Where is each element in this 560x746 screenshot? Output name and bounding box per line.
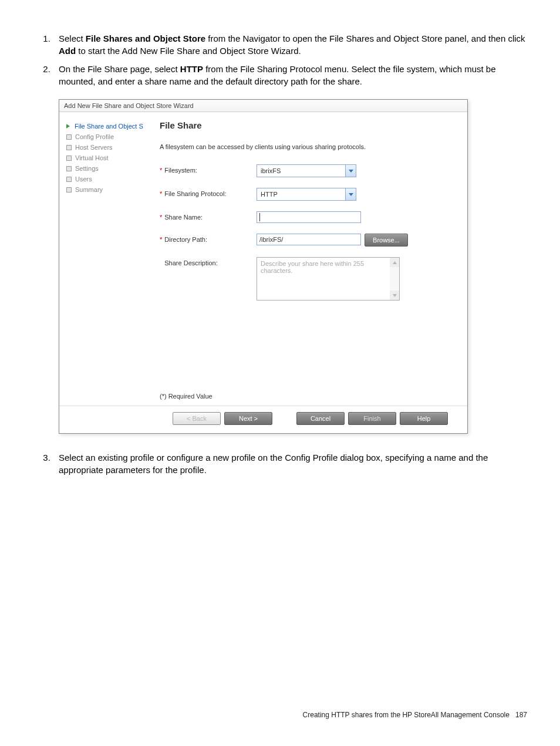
square-icon — [66, 166, 72, 171]
square-icon — [66, 145, 72, 150]
filesystem-select[interactable]: ibrixFS — [257, 164, 356, 177]
panel-description: A filesystem can be accessed by clients … — [160, 143, 451, 150]
arrow-icon — [66, 123, 70, 129]
page-footer: Creating HTTP shares from the HP StoreAl… — [29, 711, 531, 719]
chevron-down-icon — [345, 188, 356, 200]
square-icon — [66, 177, 72, 182]
step-3: Select an existing profile or configure … — [53, 451, 531, 476]
scroll-track[interactable] — [390, 267, 399, 291]
dirpath-label: *Directory Path: — [160, 234, 257, 243]
nav-summary[interactable]: Summary — [66, 186, 150, 193]
nav-label: Users — [75, 175, 92, 183]
select-value: HTTP — [257, 191, 345, 198]
nav-host-servers[interactable]: Host Servers — [66, 144, 150, 151]
scrollbar[interactable] — [390, 258, 399, 300]
nav-label: File Share and Object S — [75, 123, 143, 130]
nav-settings[interactable]: Settings — [66, 165, 150, 172]
nav-label: Settings — [75, 165, 99, 172]
nav-file-share[interactable]: File Share and Object S — [66, 123, 150, 130]
wizard-dialog: Add New File Share and Object Store Wiza… — [59, 99, 468, 434]
nav-virtual-host[interactable]: Virtual Host — [66, 154, 150, 161]
nav-label: Host Servers — [75, 144, 113, 151]
sharename-label: *Share Name: — [160, 211, 257, 221]
required-note: (*) Required Value — [160, 340, 451, 400]
wizard-titlebar: Add New File Share and Object Store Wiza… — [59, 100, 467, 112]
nav-users[interactable]: Users — [66, 175, 150, 183]
square-icon — [66, 187, 72, 193]
sharedesc-label: *Share Description: — [160, 257, 257, 266]
wizard-nav: File Share and Object S Config Profile H… — [59, 112, 150, 406]
instruction-list: Select File Shares and Object Store from… — [29, 32, 531, 87]
filesystem-label: *Filesystem: — [160, 164, 257, 174]
back-button[interactable]: < Back — [173, 412, 221, 425]
nav-label: Config Profile — [75, 133, 114, 140]
nav-label: Virtual Host — [75, 154, 109, 161]
placeholder-text: Describe your share here within 255 char… — [261, 260, 364, 274]
panel-title: File Share — [160, 120, 451, 130]
protocol-select[interactable]: HTTP — [257, 188, 356, 201]
footer-text: Creating HTTP shares from the HP StoreAl… — [303, 711, 510, 719]
browse-button[interactable]: Browse... — [365, 234, 408, 247]
scroll-down-icon[interactable] — [390, 291, 399, 300]
scroll-up-icon[interactable] — [390, 258, 399, 267]
select-value: ibrixFS — [257, 167, 345, 174]
next-button[interactable]: Next > — [224, 412, 272, 425]
chevron-down-icon — [345, 165, 356, 177]
protocol-label: *File Sharing Protocol: — [160, 188, 257, 197]
square-icon — [66, 134, 72, 140]
dirpath-input[interactable]: /ibrixFS/ — [257, 234, 361, 245]
wizard-footer: < Back Next > Cancel Finish Help — [59, 406, 467, 433]
page-number: 187 — [515, 711, 527, 719]
finish-button[interactable]: Finish — [348, 412, 396, 425]
sharename-input[interactable] — [257, 211, 361, 223]
required-asterisk: * — [160, 214, 162, 221]
nav-label: Summary — [75, 186, 103, 193]
step-2: On the File Share page, select HTTP from… — [53, 63, 531, 87]
square-icon — [66, 156, 72, 161]
nav-config-profile[interactable]: Config Profile — [66, 133, 150, 140]
sharedesc-textarea[interactable]: Describe your share here within 255 char… — [257, 257, 400, 301]
instruction-list-cont: Select an existing profile or configure … — [29, 451, 531, 476]
cancel-button[interactable]: Cancel — [296, 412, 345, 425]
required-asterisk: * — [160, 236, 162, 243]
required-asterisk: * — [160, 167, 162, 174]
step-1: Select File Shares and Object Store from… — [53, 32, 531, 57]
help-button[interactable]: Help — [400, 412, 448, 425]
required-asterisk: * — [160, 190, 162, 197]
